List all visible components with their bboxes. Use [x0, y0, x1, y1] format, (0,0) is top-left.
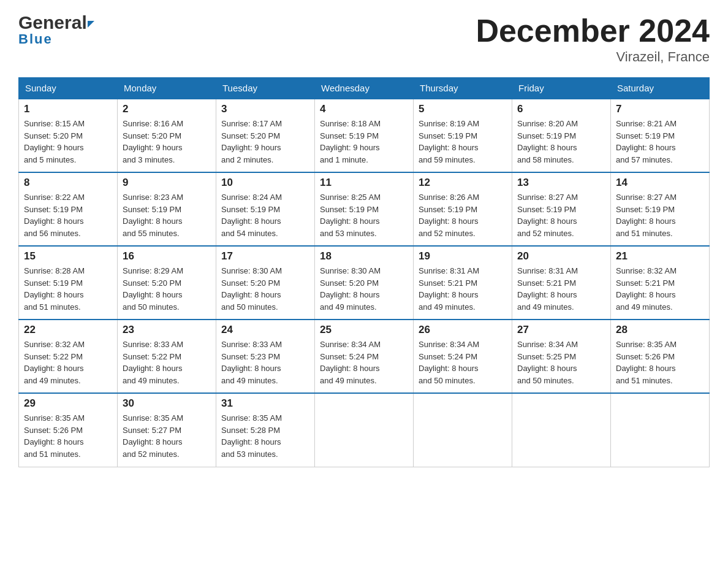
- day-info: Sunrise: 8:29 AMSunset: 5:20 PMDaylight:…: [123, 265, 211, 313]
- day-info: Sunrise: 8:28 AMSunset: 5:19 PMDaylight:…: [24, 265, 112, 313]
- calendar-week-row: 29Sunrise: 8:35 AMSunset: 5:26 PMDayligh…: [19, 393, 710, 467]
- day-number: 7: [616, 103, 704, 115]
- table-row: 30Sunrise: 8:35 AMSunset: 5:27 PMDayligh…: [118, 393, 216, 467]
- table-row: 15Sunrise: 8:28 AMSunset: 5:19 PMDayligh…: [19, 246, 118, 320]
- day-info: Sunrise: 8:34 AMSunset: 5:25 PMDaylight:…: [517, 339, 605, 386]
- month-title: December 2024: [476, 12, 710, 49]
- table-row: 4Sunrise: 8:18 AMSunset: 5:19 PMDaylight…: [315, 99, 414, 172]
- table-row: 24Sunrise: 8:33 AMSunset: 5:23 PMDayligh…: [216, 320, 315, 393]
- day-number: 12: [419, 177, 507, 189]
- day-number: 15: [24, 250, 112, 262]
- table-row: 31Sunrise: 8:35 AMSunset: 5:28 PMDayligh…: [216, 393, 315, 467]
- logo-blue: Blue: [18, 31, 53, 47]
- day-info: Sunrise: 8:34 AMSunset: 5:24 PMDaylight:…: [320, 339, 408, 386]
- day-info: Sunrise: 8:26 AMSunset: 5:19 PMDaylight:…: [419, 191, 507, 239]
- table-row: 29Sunrise: 8:35 AMSunset: 5:26 PMDayligh…: [19, 393, 118, 467]
- page-header: General Blue December 2024 Virazeil, Fra…: [18, 12, 710, 65]
- calendar-week-row: 8Sunrise: 8:22 AMSunset: 5:19 PMDaylight…: [19, 172, 710, 246]
- day-info: Sunrise: 8:23 AMSunset: 5:19 PMDaylight:…: [123, 191, 211, 239]
- day-info: Sunrise: 8:35 AMSunset: 5:28 PMDaylight:…: [221, 412, 309, 460]
- day-number: 25: [320, 324, 408, 336]
- day-info: Sunrise: 8:32 AMSunset: 5:21 PMDaylight:…: [616, 265, 704, 313]
- day-number: 20: [517, 250, 605, 262]
- location: Virazeil, France: [476, 49, 710, 65]
- table-row: [414, 393, 512, 467]
- day-number: 8: [24, 177, 112, 189]
- table-row: 1Sunrise: 8:15 AMSunset: 5:20 PMDaylight…: [19, 99, 118, 172]
- day-number: 18: [320, 250, 408, 262]
- day-info: Sunrise: 8:35 AMSunset: 5:27 PMDaylight:…: [123, 412, 211, 460]
- col-wednesday: Wednesday: [315, 78, 414, 99]
- table-row: 12Sunrise: 8:26 AMSunset: 5:19 PMDayligh…: [414, 172, 512, 246]
- day-number: 29: [24, 397, 112, 410]
- logo: General Blue: [18, 12, 94, 47]
- day-info: Sunrise: 8:16 AMSunset: 5:20 PMDaylight:…: [123, 118, 211, 166]
- day-info: Sunrise: 8:25 AMSunset: 5:19 PMDaylight:…: [320, 191, 408, 239]
- day-info: Sunrise: 8:19 AMSunset: 5:19 PMDaylight:…: [419, 118, 507, 166]
- calendar-table: Sunday Monday Tuesday Wednesday Thursday…: [18, 77, 710, 467]
- day-info: Sunrise: 8:18 AMSunset: 5:19 PMDaylight:…: [320, 118, 408, 166]
- table-row: [611, 393, 710, 467]
- day-number: 11: [320, 177, 408, 189]
- calendar-week-row: 22Sunrise: 8:32 AMSunset: 5:22 PMDayligh…: [19, 320, 710, 393]
- logo-general: General: [18, 12, 87, 33]
- day-number: 16: [123, 250, 211, 262]
- day-number: 23: [123, 324, 211, 336]
- day-info: Sunrise: 8:27 AMSunset: 5:19 PMDaylight:…: [517, 191, 605, 239]
- day-info: Sunrise: 8:30 AMSunset: 5:20 PMDaylight:…: [320, 265, 408, 313]
- table-row: 2Sunrise: 8:16 AMSunset: 5:20 PMDaylight…: [118, 99, 216, 172]
- day-number: 17: [221, 250, 309, 262]
- table-row: 20Sunrise: 8:31 AMSunset: 5:21 PMDayligh…: [512, 246, 611, 320]
- day-info: Sunrise: 8:33 AMSunset: 5:22 PMDaylight:…: [123, 339, 211, 386]
- day-info: Sunrise: 8:17 AMSunset: 5:20 PMDaylight:…: [221, 118, 309, 166]
- col-sunday: Sunday: [19, 78, 118, 99]
- calendar-week-row: 15Sunrise: 8:28 AMSunset: 5:19 PMDayligh…: [19, 246, 710, 320]
- day-number: 3: [221, 103, 309, 115]
- col-thursday: Thursday: [414, 78, 512, 99]
- day-number: 26: [419, 324, 507, 336]
- table-row: [512, 393, 611, 467]
- table-row: 5Sunrise: 8:19 AMSunset: 5:19 PMDaylight…: [414, 99, 512, 172]
- col-friday: Friday: [512, 78, 611, 99]
- table-row: 11Sunrise: 8:25 AMSunset: 5:19 PMDayligh…: [315, 172, 414, 246]
- table-row: 26Sunrise: 8:34 AMSunset: 5:24 PMDayligh…: [414, 320, 512, 393]
- day-number: 19: [419, 250, 507, 262]
- day-info: Sunrise: 8:30 AMSunset: 5:20 PMDaylight:…: [221, 265, 309, 313]
- table-row: 25Sunrise: 8:34 AMSunset: 5:24 PMDayligh…: [315, 320, 414, 393]
- day-number: 30: [123, 397, 211, 410]
- title-section: December 2024 Virazeil, France: [476, 12, 710, 65]
- day-number: 31: [221, 397, 309, 410]
- day-number: 1: [24, 103, 112, 115]
- table-row: 6Sunrise: 8:20 AMSunset: 5:19 PMDaylight…: [512, 99, 611, 172]
- table-row: 23Sunrise: 8:33 AMSunset: 5:22 PMDayligh…: [118, 320, 216, 393]
- table-row: 28Sunrise: 8:35 AMSunset: 5:26 PMDayligh…: [611, 320, 710, 393]
- table-row: 18Sunrise: 8:30 AMSunset: 5:20 PMDayligh…: [315, 246, 414, 320]
- day-number: 9: [123, 177, 211, 189]
- table-row: 7Sunrise: 8:21 AMSunset: 5:19 PMDaylight…: [611, 99, 710, 172]
- table-row: 17Sunrise: 8:30 AMSunset: 5:20 PMDayligh…: [216, 246, 315, 320]
- day-info: Sunrise: 8:24 AMSunset: 5:19 PMDaylight:…: [221, 191, 309, 239]
- day-info: Sunrise: 8:31 AMSunset: 5:21 PMDaylight:…: [419, 265, 507, 313]
- day-info: Sunrise: 8:35 AMSunset: 5:26 PMDaylight:…: [24, 412, 112, 460]
- calendar-header-row: Sunday Monday Tuesday Wednesday Thursday…: [19, 78, 710, 99]
- day-number: 2: [123, 103, 211, 115]
- day-number: 14: [616, 177, 704, 189]
- day-info: Sunrise: 8:21 AMSunset: 5:19 PMDaylight:…: [616, 118, 704, 166]
- day-number: 22: [24, 324, 112, 336]
- table-row: 8Sunrise: 8:22 AMSunset: 5:19 PMDaylight…: [19, 172, 118, 246]
- day-info: Sunrise: 8:35 AMSunset: 5:26 PMDaylight:…: [616, 339, 704, 386]
- day-number: 5: [419, 103, 507, 115]
- table-row: 3Sunrise: 8:17 AMSunset: 5:20 PMDaylight…: [216, 99, 315, 172]
- day-number: 24: [221, 324, 309, 336]
- table-row: 9Sunrise: 8:23 AMSunset: 5:19 PMDaylight…: [118, 172, 216, 246]
- table-row: 27Sunrise: 8:34 AMSunset: 5:25 PMDayligh…: [512, 320, 611, 393]
- day-info: Sunrise: 8:33 AMSunset: 5:23 PMDaylight:…: [221, 339, 309, 386]
- table-row: 21Sunrise: 8:32 AMSunset: 5:21 PMDayligh…: [611, 246, 710, 320]
- col-tuesday: Tuesday: [216, 78, 315, 99]
- day-info: Sunrise: 8:20 AMSunset: 5:19 PMDaylight:…: [517, 118, 605, 166]
- day-info: Sunrise: 8:32 AMSunset: 5:22 PMDaylight:…: [24, 339, 112, 386]
- table-row: 16Sunrise: 8:29 AMSunset: 5:20 PMDayligh…: [118, 246, 216, 320]
- table-row: 14Sunrise: 8:27 AMSunset: 5:19 PMDayligh…: [611, 172, 710, 246]
- table-row: [315, 393, 414, 467]
- day-number: 6: [517, 103, 605, 115]
